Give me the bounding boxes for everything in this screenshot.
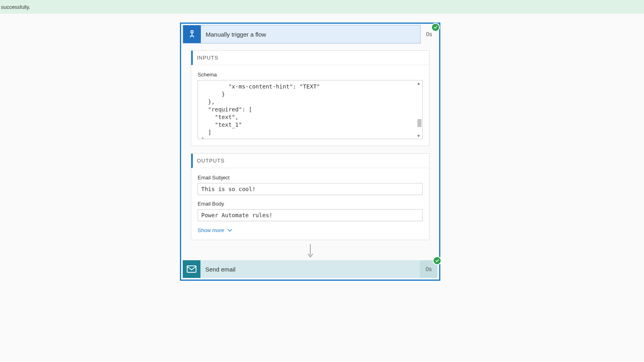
output-field-label: Email Subject [198,175,423,181]
inputs-body: Schema "x-ms-content-hint": "TEXT" } }, … [191,65,429,146]
send-email-body[interactable]: Send email [183,260,420,278]
scrollbar[interactable]: ▲ ▼ [416,81,421,138]
flow-canvas: Manually trigger a flow 0s INPUTS Schema… [180,23,440,281]
schema-label: Schema [198,72,423,78]
output-field-value[interactable]: This is so cool! [198,183,423,195]
trigger-card-body[interactable]: Manually trigger a flow [183,25,421,43]
inputs-header: INPUTS [191,51,429,65]
svg-rect-2 [187,266,196,272]
trigger-title: Manually trigger a flow [201,31,266,38]
scroll-thumb[interactable] [417,119,421,127]
check-icon [431,23,440,32]
success-banner-text: ran successfully. [0,4,30,10]
schema-code-text: "x-ms-content-hint": "TEXT" } }, "requir… [201,83,320,139]
manual-trigger-icon [183,25,201,43]
trigger-card[interactable]: Manually trigger a flow 0s [183,25,438,43]
outputs-body: Email Subject This is so cool! Email Bod… [191,168,429,240]
show-more-label: Show more [198,227,224,233]
scroll-up-icon[interactable]: ▲ [417,81,420,85]
scroll-down-icon[interactable]: ▼ [417,134,420,138]
check-icon [433,256,442,265]
output-field-label: Email Body [198,201,423,207]
send-email-title: Send email [200,266,235,273]
inputs-panel: INPUTS Schema "x-ms-content-hint": "TEXT… [191,50,429,146]
mail-icon [183,260,200,278]
success-banner: ran successfully. [0,0,644,14]
output-field-value[interactable]: Power Automate rules! [198,209,423,221]
flow-connector [181,244,439,260]
chevron-down-icon [227,229,232,232]
show-more-button[interactable]: Show more [198,227,232,233]
outputs-panel: OUTPUTS Email Subject This is so cool! E… [191,153,429,240]
schema-code-box[interactable]: "x-ms-content-hint": "TEXT" } }, "requir… [198,80,423,139]
outputs-header: OUTPUTS [191,154,429,168]
send-email-card[interactable]: Send email 0s [183,260,438,278]
trigger-duration: 0s [421,31,438,37]
